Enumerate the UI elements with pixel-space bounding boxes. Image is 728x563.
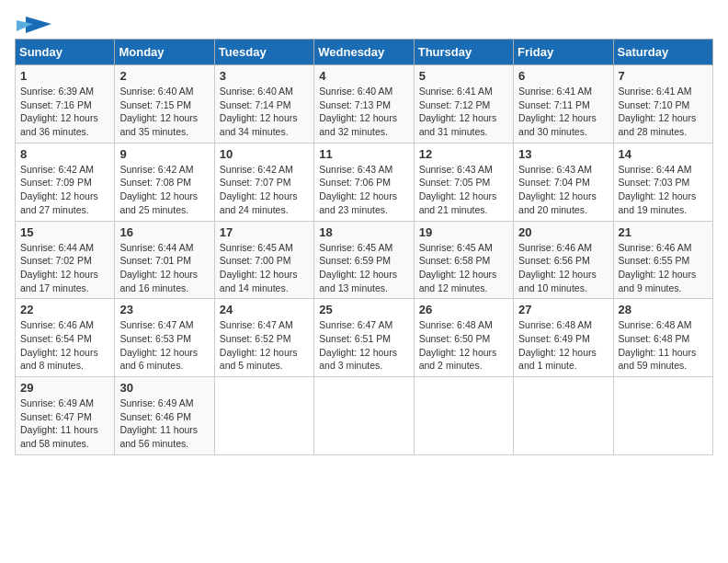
day-number: 10: [220, 147, 309, 161]
day-info: Sunrise: 6:44 AM Sunset: 7:01 PM Dayligh…: [119, 241, 209, 295]
day-number: 13: [518, 147, 608, 161]
calendar-cell: 20 Sunrise: 6:46 AM Sunset: 6:56 PM Dayl…: [514, 221, 613, 299]
calendar-cell: 17 Sunrise: 6:45 AM Sunset: 7:00 PM Dayl…: [214, 221, 313, 299]
day-number: 14: [619, 147, 708, 161]
day-info: Sunrise: 6:40 AM Sunset: 7:15 PM Dayligh…: [119, 85, 209, 139]
day-of-week-header: Tuesday: [214, 40, 313, 65]
day-number: 19: [419, 225, 508, 239]
day-info: Sunrise: 6:48 AM Sunset: 6:48 PM Dayligh…: [619, 318, 708, 373]
calendar-table: SundayMondayTuesdayWednesdayThursdayFrid…: [15, 39, 713, 455]
day-number: 28: [619, 303, 708, 316]
day-number: 29: [20, 381, 109, 395]
day-info: Sunrise: 6:45 AM Sunset: 6:59 PM Dayligh…: [319, 241, 408, 295]
day-number: 11: [319, 147, 408, 161]
day-number: 9: [119, 147, 209, 161]
day-number: 16: [119, 225, 209, 239]
day-number: 8: [20, 147, 109, 161]
day-info: Sunrise: 6:42 AM Sunset: 7:07 PM Dayligh…: [220, 163, 309, 217]
calendar-cell: 6 Sunrise: 6:41 AM Sunset: 7:11 PM Dayli…: [514, 65, 613, 144]
calendar-cell: 8 Sunrise: 6:42 AM Sunset: 7:09 PM Dayli…: [16, 143, 115, 221]
calendar-cell: 29 Sunrise: 6:49 AM Sunset: 6:47 PM Dayl…: [16, 377, 115, 455]
day-number: 25: [319, 303, 408, 316]
logo-icon: [17, 15, 51, 35]
day-number: 30: [119, 381, 209, 395]
day-number: 2: [119, 69, 209, 83]
calendar-cell: 3 Sunrise: 6:40 AM Sunset: 7:14 PM Dayli…: [214, 65, 313, 144]
day-of-week-header: Saturday: [613, 40, 712, 65]
calendar-header-row: SundayMondayTuesdayWednesdayThursdayFrid…: [16, 40, 713, 65]
calendar-week-row: 15 Sunrise: 6:44 AM Sunset: 7:02 PM Dayl…: [16, 221, 713, 299]
day-info: Sunrise: 6:48 AM Sunset: 6:49 PM Dayligh…: [518, 318, 608, 373]
calendar-cell: [214, 377, 313, 455]
calendar-cell: 12 Sunrise: 6:43 AM Sunset: 7:05 PM Dayl…: [414, 143, 513, 221]
day-info: Sunrise: 6:44 AM Sunset: 7:02 PM Dayligh…: [20, 241, 109, 295]
day-info: Sunrise: 6:45 AM Sunset: 6:58 PM Dayligh…: [419, 241, 508, 295]
calendar-cell: 10 Sunrise: 6:42 AM Sunset: 7:07 PM Dayl…: [214, 143, 313, 221]
day-info: Sunrise: 6:49 AM Sunset: 6:47 PM Dayligh…: [20, 396, 109, 451]
day-of-week-header: Wednesday: [314, 40, 414, 65]
calendar-cell: 26 Sunrise: 6:48 AM Sunset: 6:50 PM Dayl…: [414, 299, 513, 377]
day-number: 5: [419, 69, 508, 83]
day-number: 12: [419, 147, 508, 161]
day-of-week-header: Friday: [514, 40, 613, 65]
calendar-cell: 13 Sunrise: 6:43 AM Sunset: 7:04 PM Dayl…: [514, 143, 613, 221]
calendar-cell: 19 Sunrise: 6:45 AM Sunset: 6:58 PM Dayl…: [414, 221, 513, 299]
day-of-week-header: Monday: [115, 40, 214, 65]
calendar-week-row: 22 Sunrise: 6:46 AM Sunset: 6:54 PM Dayl…: [16, 299, 713, 377]
calendar-cell: 24 Sunrise: 6:47 AM Sunset: 6:52 PM Dayl…: [214, 299, 313, 377]
calendar-cell: 28 Sunrise: 6:48 AM Sunset: 6:48 PM Dayl…: [613, 299, 712, 377]
day-of-week-header: Sunday: [16, 40, 115, 65]
header: [15, 15, 713, 31]
day-info: Sunrise: 6:47 AM Sunset: 6:52 PM Dayligh…: [220, 318, 309, 373]
calendar-cell: 7 Sunrise: 6:41 AM Sunset: 7:10 PM Dayli…: [613, 65, 712, 144]
day-info: Sunrise: 6:45 AM Sunset: 7:00 PM Dayligh…: [220, 241, 309, 295]
day-number: 20: [518, 225, 608, 239]
calendar-week-row: 1 Sunrise: 6:39 AM Sunset: 7:16 PM Dayli…: [16, 65, 713, 144]
calendar-cell: 23 Sunrise: 6:47 AM Sunset: 6:53 PM Dayl…: [115, 299, 214, 377]
calendar-cell: 18 Sunrise: 6:45 AM Sunset: 6:59 PM Dayl…: [314, 221, 414, 299]
day-info: Sunrise: 6:44 AM Sunset: 7:03 PM Dayligh…: [619, 163, 708, 217]
calendar-cell: 21 Sunrise: 6:46 AM Sunset: 6:55 PM Dayl…: [613, 221, 712, 299]
day-number: 6: [518, 69, 608, 83]
calendar-cell: 5 Sunrise: 6:41 AM Sunset: 7:12 PM Dayli…: [414, 65, 513, 144]
calendar-cell: 25 Sunrise: 6:47 AM Sunset: 6:51 PM Dayl…: [314, 299, 414, 377]
day-number: 27: [518, 303, 608, 316]
day-number: 17: [220, 225, 309, 239]
day-number: 23: [119, 303, 209, 316]
calendar-cell: 4 Sunrise: 6:40 AM Sunset: 7:13 PM Dayli…: [314, 65, 414, 144]
day-number: 24: [220, 303, 309, 316]
calendar-cell: 22 Sunrise: 6:46 AM Sunset: 6:54 PM Dayl…: [16, 299, 115, 377]
day-info: Sunrise: 6:48 AM Sunset: 6:50 PM Dayligh…: [419, 318, 508, 373]
day-info: Sunrise: 6:43 AM Sunset: 7:04 PM Dayligh…: [518, 163, 608, 217]
day-info: Sunrise: 6:43 AM Sunset: 7:05 PM Dayligh…: [419, 163, 508, 217]
calendar-week-row: 8 Sunrise: 6:42 AM Sunset: 7:09 PM Dayli…: [16, 143, 713, 221]
day-info: Sunrise: 6:41 AM Sunset: 7:10 PM Dayligh…: [619, 85, 708, 139]
day-number: 1: [20, 69, 109, 83]
calendar-cell: 9 Sunrise: 6:42 AM Sunset: 7:08 PM Dayli…: [115, 143, 214, 221]
day-info: Sunrise: 6:49 AM Sunset: 6:46 PM Dayligh…: [119, 396, 209, 451]
day-info: Sunrise: 6:41 AM Sunset: 7:12 PM Dayligh…: [419, 85, 508, 139]
calendar-cell: 16 Sunrise: 6:44 AM Sunset: 7:01 PM Dayl…: [115, 221, 214, 299]
day-info: Sunrise: 6:46 AM Sunset: 6:55 PM Dayligh…: [619, 241, 708, 295]
day-info: Sunrise: 6:40 AM Sunset: 7:13 PM Dayligh…: [319, 85, 408, 139]
day-info: Sunrise: 6:47 AM Sunset: 6:53 PM Dayligh…: [119, 318, 209, 373]
calendar-cell: 11 Sunrise: 6:43 AM Sunset: 7:06 PM Dayl…: [314, 143, 414, 221]
day-info: Sunrise: 6:42 AM Sunset: 7:08 PM Dayligh…: [119, 163, 209, 217]
calendar-cell: 30 Sunrise: 6:49 AM Sunset: 6:46 PM Dayl…: [115, 377, 214, 455]
day-number: 26: [419, 303, 508, 316]
day-info: Sunrise: 6:43 AM Sunset: 7:06 PM Dayligh…: [319, 163, 408, 217]
day-number: 18: [319, 225, 408, 239]
logo: [15, 15, 51, 31]
calendar-cell: 15 Sunrise: 6:44 AM Sunset: 7:02 PM Dayl…: [16, 221, 115, 299]
day-info: Sunrise: 6:41 AM Sunset: 7:11 PM Dayligh…: [518, 85, 608, 139]
day-info: Sunrise: 6:46 AM Sunset: 6:56 PM Dayligh…: [518, 241, 608, 295]
calendar-cell: [314, 377, 414, 455]
calendar-cell: 2 Sunrise: 6:40 AM Sunset: 7:15 PM Dayli…: [115, 65, 214, 144]
day-info: Sunrise: 6:39 AM Sunset: 7:16 PM Dayligh…: [20, 85, 109, 139]
calendar-cell: [414, 377, 513, 455]
day-number: 7: [619, 69, 708, 83]
calendar-cell: [613, 377, 712, 455]
day-number: 21: [619, 225, 708, 239]
calendar-cell: 27 Sunrise: 6:48 AM Sunset: 6:49 PM Dayl…: [514, 299, 613, 377]
day-number: 22: [20, 303, 109, 316]
